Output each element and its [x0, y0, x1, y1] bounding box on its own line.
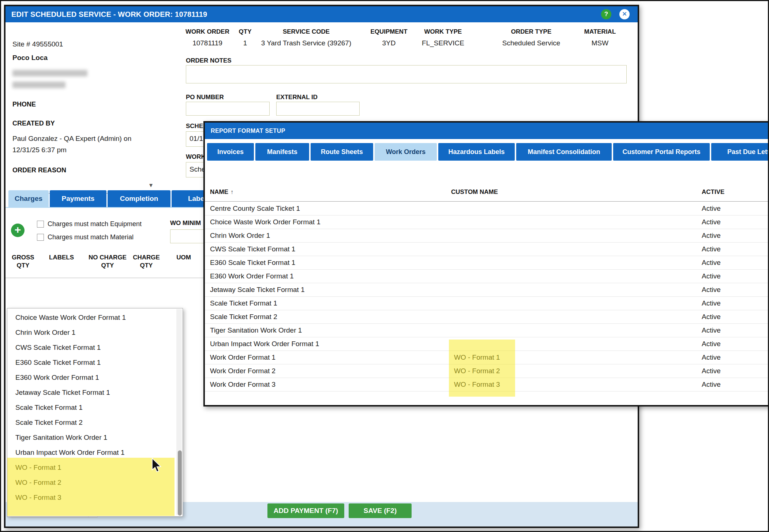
- po-number-input[interactable]: [186, 102, 270, 116]
- work-field-label: WORK: [186, 153, 206, 161]
- table-row[interactable]: E360 Work Order Format 1Active: [205, 270, 769, 283]
- charges-column-uom: UOM: [170, 254, 197, 262]
- redacted-address-line-1: [12, 70, 87, 76]
- external-id-label: EXTERNAL ID: [276, 94, 318, 101]
- header-field-value: MSW: [584, 39, 616, 47]
- table-row[interactable]: Scale Ticket Format 2Active: [205, 310, 769, 324]
- print-format-option[interactable]: Scale Ticket Format 1: [7, 400, 175, 415]
- tab-manifest-consolidation[interactable]: Manifest Consolidation: [516, 143, 612, 161]
- row-active-status: Active: [702, 297, 721, 310]
- header-field-label: MATERIAL: [584, 28, 616, 35]
- header-field-label: EQUIPMENT: [370, 28, 407, 35]
- print-format-option[interactable]: Jetaway Scale Ticket Format 1: [7, 385, 175, 400]
- table-row[interactable]: Work Order Format 2WO - Format 2Active: [205, 364, 769, 378]
- table-row[interactable]: Scale Ticket Format 1Active: [205, 297, 769, 310]
- row-name: Tiger Sanitation Work Order 1: [210, 324, 302, 337]
- row-name: E360 Work Order Format 1: [210, 270, 294, 283]
- charges-column-charge-qty: CHARGE QTY: [129, 254, 164, 270]
- table-row[interactable]: Jetaway Scale Ticket Format 1Active: [205, 283, 769, 297]
- main-window-title: EDIT SCHEDULED SERVICE - WORK ORDER: 107…: [11, 6, 207, 22]
- print-format-option[interactable]: Tiger Sanitation Work Order 1: [7, 430, 175, 445]
- table-row[interactable]: Tiger Sanitation Work Order 1Active: [205, 324, 769, 337]
- table-row[interactable]: Work Order Format 1WO - Format 1Active: [205, 351, 769, 364]
- print-format-option[interactable]: Urban Impact Work Order Format 1: [7, 445, 175, 460]
- row-name: Scale Ticket Format 2: [210, 310, 277, 323]
- site-number: Site # 49555001: [12, 40, 63, 48]
- screenshot-frame: EDIT SCHEDULED SERVICE - WORK ORDER: 107…: [0, 0, 769, 532]
- row-active-status: Active: [702, 256, 721, 269]
- header-field-label: QTY: [239, 28, 252, 35]
- column-header-active[interactable]: ACTIVE: [702, 188, 724, 196]
- name-column-label: NAME: [210, 188, 228, 195]
- table-row[interactable]: CWS Scale Ticket Format 1Active: [205, 243, 769, 256]
- sort-ascending-icon: ↑: [230, 189, 233, 195]
- header-field-label: WORK TYPE: [422, 28, 464, 35]
- column-header-custom-name[interactable]: CUSTOM NAME: [451, 188, 498, 196]
- tab-route-sheets[interactable]: Route Sheets: [311, 143, 373, 161]
- created-by-line1: Paul Gonzalez - QA Expert (Admin) on: [12, 135, 131, 143]
- print-format-option[interactable]: Scale Ticket Format 2: [7, 415, 175, 430]
- charges-column-headers: GROSS QTYLABELSNO CHARGE QTYCHARGE QTYUO…: [5, 254, 210, 277]
- column-header-name[interactable]: NAME↑: [210, 188, 233, 196]
- main-tab-bar: ChargesPaymentsCompletionLabels: [8, 190, 226, 207]
- list-scrollbar-thumb[interactable]: [178, 450, 182, 516]
- table-row[interactable]: Work Order Format 3WO - Format 3Active: [205, 378, 769, 391]
- row-custom-name: WO - Format 1: [454, 351, 500, 364]
- row-active-status: Active: [702, 270, 721, 283]
- table-row[interactable]: Centre County Scale Ticket 1Active: [205, 202, 769, 216]
- print-format-dropdown-list: Choice Waste Work Order Format 1Chrin Wo…: [7, 308, 183, 517]
- help-icon[interactable]: ?: [601, 9, 611, 19]
- row-active-status: Active: [702, 229, 721, 242]
- external-id-input[interactable]: [276, 102, 360, 116]
- add-charge-button[interactable]: +: [11, 224, 25, 237]
- print-format-option[interactable]: E360 Scale Ticket Format 1: [7, 355, 175, 370]
- header-field-value: 3YD: [370, 39, 407, 47]
- tab-work-orders[interactable]: Work Orders: [375, 143, 437, 161]
- header-field-value: 3 Yard Trash Service (39267): [261, 39, 351, 47]
- print-format-option[interactable]: Chrin Work Order 1: [7, 325, 175, 340]
- tab-customer-portal-reports[interactable]: Customer Portal Reports: [613, 143, 710, 161]
- charges-column-no-charge-qty: NO CHARGE QTY: [85, 254, 131, 270]
- print-format-option[interactable]: CWS Scale Ticket Format 1: [7, 340, 175, 355]
- tab-manifests[interactable]: Manifests: [255, 143, 309, 161]
- tab-completion[interactable]: Completion: [108, 190, 170, 207]
- row-name: Scale Ticket Format 1: [210, 297, 277, 310]
- tab-charges[interactable]: Charges: [8, 190, 49, 207]
- add-payment-button[interactable]: ADD PAYMENT (F7): [267, 503, 344, 518]
- print-format-option[interactable]: WO - Format 3: [7, 490, 175, 505]
- report-window-title: REPORT FORMAT SETUP: [211, 123, 285, 139]
- tab-hazardous-labels[interactable]: Hazardous Labels: [438, 143, 515, 161]
- chevron-down-icon: ▾: [149, 181, 153, 189]
- tab-past-due-letters[interactable]: Past Due Letters: [711, 143, 769, 161]
- header-field-label: ORDER TYPE: [502, 28, 560, 35]
- report-format-setup-window: REPORT FORMAT SETUP InvoicesManifestsRou…: [203, 121, 769, 407]
- order-notes-input[interactable]: [186, 65, 627, 83]
- row-active-status: Active: [702, 378, 721, 391]
- row-name: E360 Scale Ticket Format 1: [210, 256, 295, 269]
- save-button[interactable]: SAVE (F2): [349, 503, 412, 518]
- tab-payments[interactable]: Payments: [50, 190, 106, 207]
- charges-match-equipment-checkbox[interactable]: [37, 221, 44, 228]
- charges-match-material-checkbox[interactable]: [37, 234, 44, 241]
- header-field-work-order: WORK ORDER10781119: [185, 28, 229, 47]
- table-row[interactable]: Chrin Work Order 1Active: [205, 229, 769, 243]
- site-name: Poco Loca: [12, 54, 48, 62]
- header-field-label: WORK ORDER: [185, 28, 229, 35]
- row-active-status: Active: [702, 324, 721, 337]
- print-format-option[interactable]: WO - Format 2: [7, 475, 175, 490]
- table-row[interactable]: Choice Waste Work Order Format 1Active: [205, 216, 769, 229]
- tab-invoices[interactable]: Invoices: [207, 143, 254, 161]
- print-format-option[interactable]: Choice Waste Work Order Format 1: [7, 310, 175, 325]
- table-row[interactable]: Urban Impact Work Order Format 1Active: [205, 337, 769, 351]
- row-custom-name: WO - Format 2: [454, 364, 500, 378]
- row-active-status: Active: [702, 364, 721, 378]
- table-row[interactable]: E360 Scale Ticket Format 1Active: [205, 256, 769, 270]
- main-titlebar: EDIT SCHEDULED SERVICE - WORK ORDER: 107…: [5, 6, 638, 22]
- print-format-option[interactable]: WO - Format 1: [7, 460, 175, 475]
- row-active-status: Active: [702, 202, 721, 215]
- charges-match-equipment-label: Charges must match Equipment: [48, 220, 142, 228]
- header-field-work-type: WORK TYPEFL_SERVICE: [422, 28, 464, 47]
- print-format-option[interactable]: E360 Work Order Format 1: [7, 370, 175, 385]
- report-tab-bar: InvoicesManifestsRoute SheetsWork Orders…: [207, 143, 769, 161]
- close-icon[interactable]: ✕: [619, 9, 630, 19]
